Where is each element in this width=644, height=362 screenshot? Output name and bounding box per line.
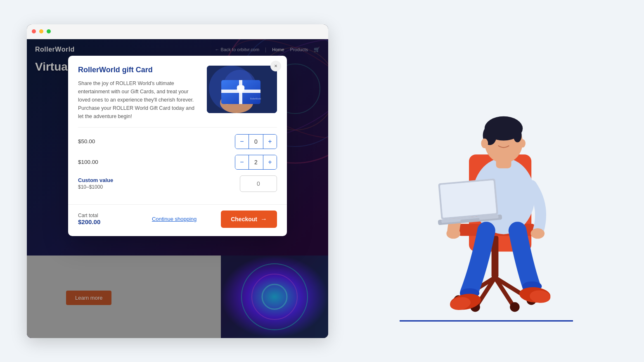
modal-info: RollerWorld gift Card Share the joy of R… [78,66,199,121]
custom-value-input[interactable] [240,175,277,192]
quantity-decrease-50[interactable]: − [235,135,249,149]
cart-total-amount: $200.00 [78,218,128,225]
custom-value-row: Custom value $10–$1000 [78,175,277,192]
modal-dialog: × RollerWorld gift Card Share the joy of… [68,56,287,236]
cart-total-label: Cart total [78,213,128,218]
quantity-input-50[interactable] [249,135,263,149]
modal-items: $50.00 − + $100.00 − [68,128,287,204]
item-row-100: $100.00 − + [78,155,277,170]
item-price-50: $50.00 [78,138,235,144]
gift-card-image: RollerWorld [207,66,277,113]
modal-description: Share the joy of ROLLER World's ultimate… [78,79,199,121]
modal-header: RollerWorld gift Card Share the joy of R… [68,56,287,127]
browser-chrome [27,24,328,39]
quantity-increase-50[interactable]: + [263,135,277,149]
svg-point-43 [481,139,488,149]
svg-point-24 [239,86,243,90]
custom-value-labels: Custom value $10–$1000 [78,177,240,190]
main-layout: RollerWorld ← Back to orbitvr.com | Home… [0,0,644,362]
checkout-label: Checkout [231,216,257,222]
cart-total-section: Cart total $200.00 [78,213,128,225]
quantity-input-100[interactable] [249,155,263,169]
svg-point-36 [510,302,520,312]
custom-value-range: $10–$1000 [78,184,240,190]
quantity-increase-100[interactable]: + [263,155,277,169]
item-price-100: $100.00 [78,159,235,165]
svg-point-45 [446,228,460,239]
custom-value-label: Custom value [78,177,240,183]
illustration-area [328,0,644,362]
browser-window: RollerWorld ← Back to orbitvr.com | Home… [27,24,328,338]
svg-text:RollerWorld: RollerWorld [250,97,261,100]
checkout-arrow-icon: → [260,215,267,223]
svg-rect-21 [239,80,242,104]
continue-shopping-link[interactable]: Continue shopping [134,216,214,222]
svg-point-44 [520,139,525,147]
item-row-50: $50.00 − + [78,134,277,149]
quantity-decrease-100[interactable]: − [235,155,249,169]
browser-content: RollerWorld ← Back to orbitvr.com | Home… [27,39,328,338]
modal-title: RollerWorld gift Card [78,66,199,74]
maximize-dot[interactable] [47,29,51,33]
minimize-dot[interactable] [39,29,43,33]
quantity-control-100: − + [235,155,277,170]
person-illustration [400,65,573,362]
modal-footer: Cart total $200.00 Continue shopping Che… [68,204,287,236]
checkout-button[interactable]: Checkout → [221,211,277,228]
quantity-control-50: − + [235,134,277,149]
svg-point-46 [530,228,545,239]
modal-overlay: × RollerWorld gift Card Share the joy of… [27,39,328,338]
svg-point-42 [513,128,521,142]
close-dot[interactable] [32,29,36,33]
svg-rect-55 [440,180,496,218]
modal-close-button[interactable]: × [270,61,281,71]
